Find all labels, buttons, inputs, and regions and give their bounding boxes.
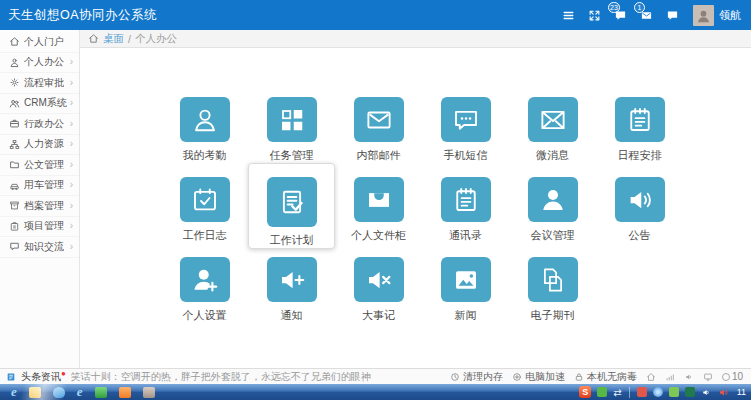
chat-notification-icon[interactable]: 23 — [607, 0, 633, 30]
tile-schedule[interactable]: 日程安排 — [596, 83, 683, 163]
speaker-plus-icon — [277, 265, 307, 295]
taskbar-clock[interactable]: 11 — [737, 387, 746, 397]
sidebar-item-workflow[interactable]: 流程审批› — [0, 73, 79, 94]
boost-icon — [512, 372, 522, 382]
tile-personal-settings[interactable]: 个人设置 — [161, 243, 248, 323]
chevron-right-icon: › — [70, 160, 73, 170]
tile-announcement[interactable]: 公告 — [596, 163, 683, 243]
pages-icon — [538, 265, 568, 295]
tile-e-journal[interactable]: 电子期刊 — [509, 243, 596, 323]
ie-browser-icon[interactable]: e — [11, 385, 17, 399]
tray-red-app-icon[interactable] — [637, 387, 647, 397]
tile-meetings[interactable]: 会议管理 — [509, 163, 596, 243]
calendar-check-icon — [190, 185, 220, 215]
tile-label: 内部邮件 — [357, 148, 401, 163]
tile-internal-mail[interactable]: 内部邮件 — [335, 83, 422, 163]
tray-screen-icon[interactable] — [685, 387, 695, 397]
ie-browser-icon-2[interactable]: e — [77, 385, 83, 399]
news-icon — [6, 372, 16, 382]
sync-tray-icon[interactable]: ⇄ — [613, 387, 621, 398]
sidebar-item-hr[interactable]: 人力资源› — [0, 135, 79, 156]
monitor-icon[interactable] — [703, 372, 713, 382]
network-globe-icon[interactable] — [653, 387, 663, 397]
tile-micro-message[interactable]: 微消息 — [509, 83, 596, 163]
tile-label: 公告 — [629, 228, 651, 243]
tray-leaf-icon[interactable] — [669, 387, 679, 397]
breadcrumb: 桌面 / 个人办公 — [80, 30, 751, 48]
sogou-ime-icon[interactable]: S — [579, 386, 591, 398]
tile-icon-bg — [180, 97, 230, 142]
chevron-right-icon: › — [70, 201, 73, 211]
username[interactable]: 领航 — [719, 8, 741, 23]
tile-icon-bg — [267, 257, 317, 302]
tile-label: 手机短信 — [444, 148, 488, 163]
tile-attendance[interactable]: 我的考勤 — [161, 83, 248, 163]
volume-tray-icon[interactable] — [701, 387, 712, 398]
taskbar-apps: e e — [5, 385, 161, 399]
tile-label: 通讯录 — [449, 228, 482, 243]
breadcrumb-home-link[interactable]: 桌面 — [103, 32, 124, 46]
user-app-icon[interactable] — [143, 387, 155, 398]
user-icon — [9, 57, 20, 68]
user-icon — [190, 105, 220, 135]
tile-row-3: 个人设置 通知 大事记 新闻 电子期刊 — [80, 243, 751, 323]
green-app-icon[interactable] — [95, 387, 107, 398]
tile-work-plan[interactable]: 工作计划 — [248, 163, 335, 249]
message-icon[interactable] — [659, 0, 685, 30]
folder-icon[interactable] — [29, 387, 41, 398]
user-add-icon — [190, 265, 220, 295]
sidebar-item-admin-office[interactable]: 行政办公› — [0, 114, 79, 135]
tile-label: 电子期刊 — [531, 308, 575, 323]
tile-label: 任务管理 — [270, 148, 314, 163]
tile-icon-bg — [180, 257, 230, 302]
menu-icon[interactable] — [555, 0, 581, 30]
tile-label: 我的考勤 — [183, 148, 227, 163]
tray-green-app-icon[interactable] — [597, 387, 607, 397]
fullscreen-icon[interactable] — [581, 0, 607, 30]
tile-file-cabinet[interactable]: 个人文件柜 — [335, 163, 422, 243]
photo-icon — [451, 265, 481, 295]
tile-major-events[interactable]: 大事记 — [335, 243, 422, 323]
volume-mini-icon[interactable] — [684, 372, 694, 382]
cloud-app-icon[interactable] — [53, 387, 65, 398]
tile-contacts[interactable]: 通讯录 — [422, 163, 509, 243]
news-ticker-text[interactable]: 笑话十则：空调开的热，胖子把外套脱了，永远忘不了兄弟们的眼神 — [71, 370, 371, 384]
tile-label: 新闻 — [455, 308, 477, 323]
tile-work-log[interactable]: 工作日志 — [161, 163, 248, 243]
tile-tasks[interactable]: 任务管理 — [248, 83, 335, 163]
orange-app-icon[interactable] — [119, 387, 131, 398]
tile-news[interactable]: 新闻 — [422, 243, 509, 323]
clean-memory-button[interactable]: 清理内存 — [450, 370, 503, 384]
sidebar-item-documents[interactable]: 公文管理› — [0, 155, 79, 176]
sidebar-item-projects[interactable]: 项目管理› — [0, 217, 79, 238]
tile-label: 个人文件柜 — [351, 228, 406, 243]
tile-label: 大事记 — [362, 308, 395, 323]
mail-notification-icon[interactable]: 1 — [633, 0, 659, 30]
tile-icon-bg — [267, 97, 317, 142]
avatar[interactable] — [693, 5, 714, 26]
speaker-tray-icon[interactable] — [718, 387, 729, 398]
tile-notice[interactable]: 通知 — [248, 243, 335, 323]
chevron-right-icon: › — [70, 78, 73, 88]
home-mini-icon[interactable] — [646, 372, 656, 382]
system-tray: S ⇄ 11 — [576, 386, 746, 398]
tile-label: 通知 — [281, 308, 303, 323]
security-status-button[interactable]: 本机无病毒 — [574, 370, 637, 384]
news-source-label[interactable]: 头条资讯● — [21, 370, 66, 384]
sidebar: 个人门户 个人办公› 流程审批› CRM系统› 行政办公› 人力资源› 公文管理… — [0, 30, 80, 368]
tile-label: 日程安排 — [618, 148, 662, 163]
briefcase-icon — [9, 118, 20, 129]
sidebar-item-crm[interactable]: CRM系统› — [0, 94, 79, 115]
sidebar-item-portal[interactable]: 个人门户 — [0, 32, 79, 53]
sidebar-item-knowledge[interactable]: 知识交流› — [0, 237, 79, 258]
signal-icon[interactable] — [665, 372, 675, 382]
lock-icon — [574, 372, 584, 382]
speed-up-button[interactable]: 电脑加速 — [512, 370, 565, 384]
inbox-icon — [364, 185, 394, 215]
app-title: 天生创想OA协同办公系统 — [8, 7, 157, 24]
sidebar-item-archives[interactable]: 档案管理› — [0, 196, 79, 217]
sidebar-item-personal-office[interactable]: 个人办公› — [0, 53, 79, 74]
count-indicator[interactable]: 10 — [722, 371, 743, 382]
tile-sms[interactable]: 手机短信 — [422, 83, 509, 163]
sidebar-item-vehicles[interactable]: 用车管理› — [0, 176, 79, 197]
